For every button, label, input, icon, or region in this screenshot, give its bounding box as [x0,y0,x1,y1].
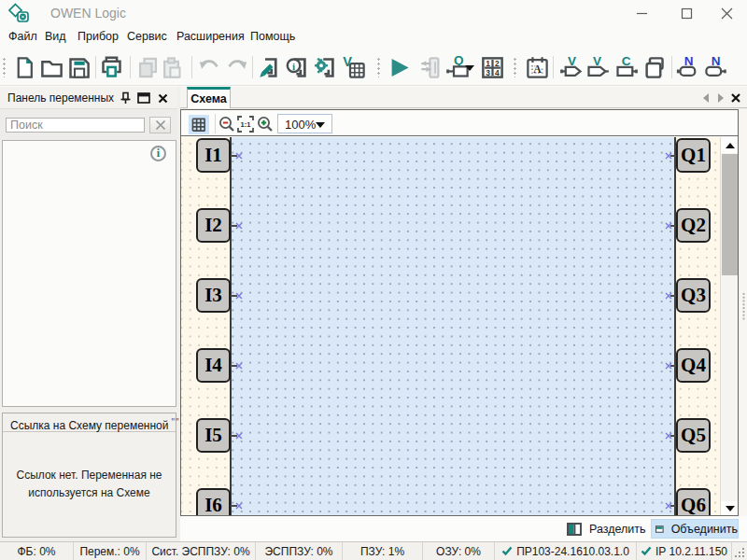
canvas-toolbar: 1:1 100% [181,110,738,136]
output-connector-marker[interactable] [665,362,673,371]
right-splitter-grip[interactable] [742,292,745,320]
input-block-i5[interactable]: I5 [196,418,231,453]
input-connector-marker[interactable] [235,222,244,231]
variables-table-icon[interactable]: V [340,53,368,81]
tab-close-icon[interactable] [729,91,742,105]
network-input-icon[interactable]: N [674,53,702,81]
menu-extensions[interactable]: Расширения [176,30,245,48]
redo-icon[interactable] [222,53,250,81]
schedule-icon[interactable]: A [523,53,551,81]
device-information-icon[interactable]: i [283,53,311,81]
output-block-dropdown-arrow[interactable] [465,65,474,71]
macro-block-icon[interactable] [640,53,668,81]
undo-icon[interactable] [195,53,223,81]
zoom-in-icon[interactable] [256,115,275,133]
tab-schema[interactable]: Схема [187,87,231,108]
toolbar-separator [252,56,253,78]
input-block-i6[interactable]: I6 [196,488,231,515]
schema-work-area[interactable] [230,137,676,515]
input-block-i2[interactable]: I2 [196,208,231,243]
input-variable-2-icon[interactable]: V [583,53,611,81]
input-connector-marker[interactable] [235,502,244,511]
menu-view[interactable]: Вид [45,30,66,48]
input-connector-marker[interactable] [235,292,244,301]
output-block-q1[interactable]: Q1 [676,138,711,173]
toolbar-separator [95,56,96,78]
svg-text:C: C [621,55,630,68]
tab-scroll-left-icon[interactable] [699,91,712,105]
toolbar-separator [191,56,192,78]
status-sys-eeprom: Сист. ЭСППЗУ: 0% [147,542,256,560]
output-connector-marker[interactable] [665,222,673,231]
vertical-scrollbar[interactable] [720,137,738,515]
device-configuration-icon[interactable] [311,53,339,81]
output-block-q2[interactable]: Q2 [676,208,711,243]
schema-canvas[interactable]: I1 I2 I3 I4 I5 I6 Q1 Q2 Q3 Q4 Q5 Q6 [181,137,738,515]
close-button[interactable] [711,0,742,26]
menu-device[interactable]: Прибор [78,30,119,48]
output-connector-marker[interactable] [665,432,673,441]
status-device-ip: IP 10.2.11.150 [637,542,732,560]
input-connector-marker[interactable] [235,362,244,371]
info-icon[interactable]: i [150,146,166,161]
paste-icon[interactable] [157,53,185,81]
minimize-button[interactable] [626,0,657,26]
resize-grip-icon[interactable] [735,548,745,558]
grid-toggle-button[interactable] [189,115,209,134]
variables-list[interactable]: i [2,140,176,407]
split-view-button[interactable]: Разделить [567,519,649,539]
status-rom: ПЗУ: 1% [343,542,423,560]
input-variable-icon[interactable]: V [557,53,585,81]
input-block-i1[interactable]: I1 [196,138,231,173]
scrollbar-thumb[interactable] [722,154,738,275]
menu-file[interactable]: Файл [8,30,37,48]
toolbar-grip[interactable] [377,57,380,77]
constant-block-icon[interactable]: C [612,53,640,81]
menu-service[interactable]: Сервис [127,30,167,48]
toolbar-separator [553,56,554,78]
svg-text:N: N [684,55,693,68]
output-block-q4[interactable]: Q4 [676,348,711,383]
network-io-icon[interactable]: 1 2 3 4 [478,53,506,81]
open-project-icon[interactable] [37,53,65,81]
output-block-q6[interactable]: Q6 [676,488,711,515]
network-input-2-icon[interactable]: N [701,53,729,81]
search-input[interactable] [6,118,145,133]
input-block-i4[interactable]: I4 [196,348,231,383]
new-document-icon[interactable] [10,53,38,81]
input-block-i3[interactable]: I3 [196,278,231,313]
output-connector-marker[interactable] [665,152,673,161]
output-block-q3[interactable]: Q3 [676,278,711,313]
print-icon[interactable] [97,53,125,81]
input-connector-marker[interactable] [235,432,244,441]
merge-view-button[interactable]: Объединить [651,519,739,539]
menu-help[interactable]: Помощь [250,30,295,48]
start-simulation-icon[interactable] [385,53,413,81]
pin-icon[interactable] [118,91,133,105]
upload-to-device-icon[interactable] [416,53,444,81]
scroll-down-icon[interactable] [721,501,738,515]
input-connector-marker[interactable] [235,152,244,161]
toolbar-grip[interactable] [514,57,516,77]
zoom-level-value: 100% [285,118,316,132]
svg-text:V: V [567,55,575,68]
tab-scroll-right-icon[interactable] [714,91,727,105]
output-connector-marker[interactable] [665,292,673,301]
toolbar-grip[interactable] [3,57,6,77]
panel-close-icon[interactable] [155,91,170,105]
scroll-up-icon[interactable] [721,137,738,153]
window-title: OWEN Logic [50,6,126,21]
output-block-q5[interactable]: Q5 [676,418,711,453]
output-connector-marker[interactable] [665,502,673,511]
status-fb: ФБ: 0% [0,542,74,560]
zoom-one-to-one-icon[interactable]: 1:1 [236,115,255,133]
maximize-button[interactable] [670,0,702,26]
zoom-level-combobox[interactable]: 100% [277,114,332,133]
search-clear-button[interactable] [149,117,171,133]
window-position-icon[interactable] [136,91,151,105]
save-project-icon[interactable] [64,53,92,81]
zoom-out-icon[interactable] [218,115,236,133]
split-view-label: Разделить [589,523,646,536]
main-toolbar: i V [0,49,747,86]
edit-device-icon[interactable] [255,53,283,81]
